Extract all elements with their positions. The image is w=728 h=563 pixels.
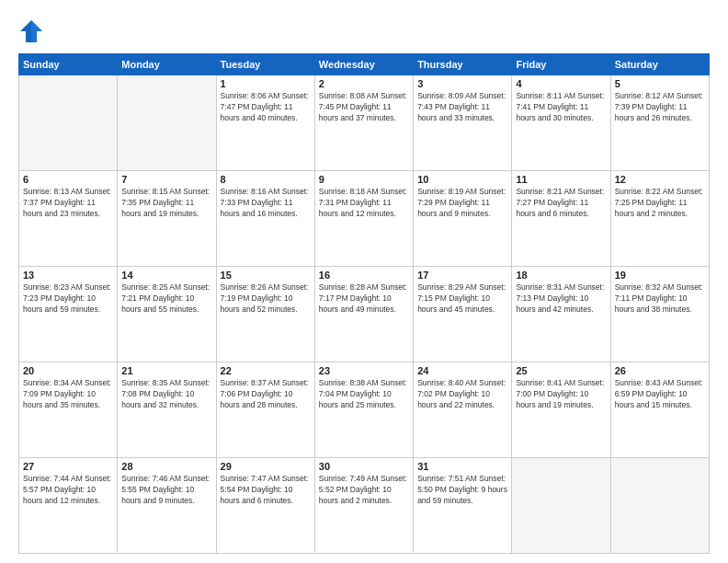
calendar-week-row: 6Sunrise: 8:13 AM Sunset: 7:37 PM Daylig… [19, 171, 710, 267]
calendar-week-row: 20Sunrise: 8:34 AM Sunset: 7:09 PM Dayli… [19, 362, 710, 458]
calendar-weekday: Monday [118, 54, 216, 75]
day-info: Sunrise: 8:29 AM Sunset: 7:15 PM Dayligh… [417, 282, 507, 316]
day-info: Sunrise: 7:47 AM Sunset: 5:54 PM Dayligh… [221, 474, 311, 507]
calendar-cell: 3Sunrise: 8:09 AM Sunset: 7:43 PM Daylig… [414, 75, 512, 171]
day-info: Sunrise: 8:08 AM Sunset: 7:45 PM Dayligh… [319, 91, 409, 124]
day-info: Sunrise: 8:37 AM Sunset: 7:06 PM Dayligh… [221, 378, 311, 411]
day-info: Sunrise: 8:41 AM Sunset: 7:00 PM Dayligh… [516, 378, 606, 411]
calendar-cell: 8Sunrise: 8:16 AM Sunset: 7:33 PM Daylig… [216, 171, 314, 267]
day-info: Sunrise: 8:23 AM Sunset: 7:23 PM Dayligh… [23, 282, 113, 316]
calendar-cell: 2Sunrise: 8:08 AM Sunset: 7:45 PM Daylig… [314, 75, 413, 171]
calendar-cell: 15Sunrise: 8:26 AM Sunset: 7:19 PM Dayli… [216, 267, 314, 362]
day-info: Sunrise: 8:26 AM Sunset: 7:19 PM Dayligh… [221, 282, 311, 316]
day-number: 5 [615, 78, 705, 89]
day-number: 21 [121, 365, 211, 376]
calendar-cell: 24Sunrise: 8:40 AM Sunset: 7:02 PM Dayli… [414, 362, 512, 458]
calendar-cell: 5Sunrise: 8:12 AM Sunset: 7:39 PM Daylig… [610, 75, 709, 171]
calendar-table: SundayMondayTuesdayWednesdayThursdayFrid… [18, 53, 710, 554]
day-info: Sunrise: 8:25 AM Sunset: 7:21 PM Dayligh… [121, 282, 211, 316]
day-number: 3 [417, 78, 507, 89]
calendar-weekday: Wednesday [314, 54, 413, 75]
day-number: 12 [615, 174, 705, 185]
day-number: 23 [319, 365, 409, 376]
day-info: Sunrise: 8:21 AM Sunset: 7:27 PM Dayligh… [516, 187, 606, 220]
logo-icon [18, 18, 44, 44]
calendar-cell [19, 75, 118, 171]
day-number: 20 [23, 365, 113, 376]
calendar-cell: 4Sunrise: 8:11 AM Sunset: 7:41 PM Daylig… [512, 75, 610, 171]
calendar-cell: 6Sunrise: 8:13 AM Sunset: 7:37 PM Daylig… [19, 171, 118, 267]
day-number: 15 [221, 270, 311, 281]
calendar-cell: 23Sunrise: 8:38 AM Sunset: 7:04 PM Dayli… [314, 362, 413, 458]
day-info: Sunrise: 8:15 AM Sunset: 7:35 PM Dayligh… [121, 187, 211, 220]
calendar-cell: 14Sunrise: 8:25 AM Sunset: 7:21 PM Dayli… [118, 267, 216, 362]
day-info: Sunrise: 8:38 AM Sunset: 7:04 PM Dayligh… [319, 378, 409, 411]
calendar-cell: 7Sunrise: 8:15 AM Sunset: 7:35 PM Daylig… [118, 171, 216, 267]
calendar-cell: 13Sunrise: 8:23 AM Sunset: 7:23 PM Dayli… [19, 267, 118, 362]
day-info: Sunrise: 8:06 AM Sunset: 7:47 PM Dayligh… [221, 91, 311, 124]
day-number: 18 [516, 270, 606, 281]
day-number: 30 [319, 461, 409, 472]
day-info: Sunrise: 8:16 AM Sunset: 7:33 PM Dayligh… [221, 187, 311, 220]
calendar-cell: 28Sunrise: 7:46 AM Sunset: 5:55 PM Dayli… [118, 458, 216, 554]
day-info: Sunrise: 8:19 AM Sunset: 7:29 PM Dayligh… [417, 187, 507, 220]
calendar-cell: 31Sunrise: 7:51 AM Sunset: 5:50 PM Dayli… [414, 458, 512, 554]
day-number: 26 [615, 365, 705, 376]
calendar-cell: 11Sunrise: 8:21 AM Sunset: 7:27 PM Dayli… [512, 171, 610, 267]
calendar-week-row: 1Sunrise: 8:06 AM Sunset: 7:47 PM Daylig… [19, 75, 710, 171]
day-number: 10 [417, 174, 507, 185]
header [18, 17, 710, 44]
calendar-cell: 25Sunrise: 8:41 AM Sunset: 7:00 PM Dayli… [512, 362, 610, 458]
calendar-cell: 26Sunrise: 8:43 AM Sunset: 6:59 PM Dayli… [610, 362, 709, 458]
day-info: Sunrise: 8:28 AM Sunset: 7:17 PM Dayligh… [319, 282, 409, 316]
day-info: Sunrise: 8:12 AM Sunset: 7:39 PM Dayligh… [615, 91, 705, 124]
day-number: 2 [319, 78, 409, 89]
calendar-cell [118, 75, 216, 171]
day-number: 28 [121, 461, 211, 472]
calendar-cell: 19Sunrise: 8:32 AM Sunset: 7:11 PM Dayli… [610, 267, 709, 362]
day-number: 19 [615, 270, 705, 281]
calendar-cell: 9Sunrise: 8:18 AM Sunset: 7:31 PM Daylig… [314, 171, 413, 267]
calendar-weekday: Tuesday [216, 54, 314, 75]
calendar-cell: 27Sunrise: 7:44 AM Sunset: 5:57 PM Dayli… [19, 458, 118, 554]
day-number: 6 [23, 174, 113, 185]
logo [18, 17, 48, 44]
day-number: 17 [417, 270, 507, 281]
calendar-cell: 1Sunrise: 8:06 AM Sunset: 7:47 PM Daylig… [216, 75, 314, 171]
day-info: Sunrise: 7:44 AM Sunset: 5:57 PM Dayligh… [23, 474, 113, 507]
svg-marker-1 [31, 20, 42, 42]
calendar-cell: 16Sunrise: 8:28 AM Sunset: 7:17 PM Dayli… [314, 267, 413, 362]
day-number: 27 [23, 461, 113, 472]
day-number: 7 [121, 174, 211, 185]
calendar-cell: 21Sunrise: 8:35 AM Sunset: 7:08 PM Dayli… [118, 362, 216, 458]
calendar-weekday: Sunday [19, 54, 118, 75]
day-info: Sunrise: 8:40 AM Sunset: 7:02 PM Dayligh… [417, 378, 507, 411]
day-number: 14 [121, 270, 211, 281]
day-number: 22 [221, 365, 311, 376]
day-number: 1 [221, 78, 311, 89]
day-info: Sunrise: 8:09 AM Sunset: 7:43 PM Dayligh… [417, 91, 507, 124]
day-number: 11 [516, 174, 606, 185]
calendar-cell: 30Sunrise: 7:49 AM Sunset: 5:52 PM Dayli… [314, 458, 413, 554]
day-info: Sunrise: 8:18 AM Sunset: 7:31 PM Dayligh… [319, 187, 409, 220]
calendar-cell: 10Sunrise: 8:19 AM Sunset: 7:29 PM Dayli… [414, 171, 512, 267]
calendar-cell: 18Sunrise: 8:31 AM Sunset: 7:13 PM Dayli… [512, 267, 610, 362]
day-number: 9 [319, 174, 409, 185]
day-info: Sunrise: 8:32 AM Sunset: 7:11 PM Dayligh… [615, 282, 705, 316]
calendar-header-row: SundayMondayTuesdayWednesdayThursdayFrid… [19, 54, 710, 75]
day-number: 4 [516, 78, 606, 89]
calendar-week-row: 13Sunrise: 8:23 AM Sunset: 7:23 PM Dayli… [19, 267, 710, 362]
day-info: Sunrise: 8:31 AM Sunset: 7:13 PM Dayligh… [516, 282, 606, 316]
day-number: 16 [319, 270, 409, 281]
day-info: Sunrise: 8:34 AM Sunset: 7:09 PM Dayligh… [23, 378, 113, 411]
calendar-weekday: Friday [512, 54, 610, 75]
day-info: Sunrise: 8:35 AM Sunset: 7:08 PM Dayligh… [121, 378, 211, 411]
calendar-cell: 20Sunrise: 8:34 AM Sunset: 7:09 PM Dayli… [19, 362, 118, 458]
day-info: Sunrise: 8:13 AM Sunset: 7:37 PM Dayligh… [23, 187, 113, 220]
day-number: 29 [221, 461, 311, 472]
calendar-cell: 17Sunrise: 8:29 AM Sunset: 7:15 PM Dayli… [414, 267, 512, 362]
calendar-weekday: Saturday [610, 54, 709, 75]
day-info: Sunrise: 7:49 AM Sunset: 5:52 PM Dayligh… [319, 474, 409, 507]
day-number: 25 [516, 365, 606, 376]
calendar-cell: 29Sunrise: 7:47 AM Sunset: 5:54 PM Dayli… [216, 458, 314, 554]
